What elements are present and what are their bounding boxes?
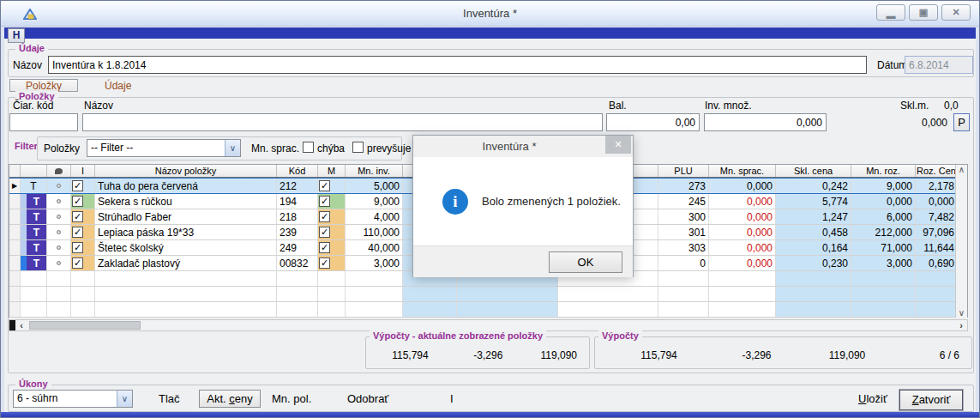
mn-sprac-cell[interactable]: 0,000 [709,179,776,193]
i-checkbox[interactable]: ✓ [72,242,83,253]
dialog-title-bar[interactable]: Inventúra * ✕ [413,136,633,157]
m-cell[interactable]: ✓ [318,240,346,255]
m-cell[interactable]: ✓ [318,225,346,239]
vertical-scrollbar[interactable]: ∧ ∨ [955,165,967,318]
nazov-cell[interactable]: Lepiaca páska 19*33 [95,225,277,239]
prevysuje-checkbox[interactable] [352,142,364,153]
kod-cell[interactable]: 239 [277,225,318,239]
skl-cena-cell[interactable]: 1,247 [776,209,851,224]
header-t[interactable] [21,165,47,177]
i-cell[interactable]: ✓ [71,209,95,224]
t-cell[interactable]: T [21,194,47,209]
skl-cena-cell[interactable]: 0,164 [776,240,851,255]
scroll-up-icon[interactable]: ∧ [959,165,965,174]
minimize-button[interactable]: ▬ [876,4,905,21]
kod-cell[interactable]: 249 [277,240,318,255]
scroll-right-icon[interactable]: › [955,320,967,330]
close-button[interactable]: ✕ [941,4,971,21]
row-selector[interactable] [9,256,21,270]
chyba-checkbox[interactable] [303,142,314,153]
mn-inv-cell[interactable]: 5,000 [346,179,403,193]
header-plu[interactable]: PLU [658,165,709,177]
chevron-down-icon[interactable]: ∨ [117,391,132,407]
note-cell[interactable] [47,225,71,239]
m-cell[interactable]: ✓ [318,194,346,209]
m-checkbox[interactable]: ✓ [319,242,330,253]
mn-sprac-cell[interactable]: 0,000 [709,209,776,224]
mn-inv-cell[interactable]: 110,000 [346,225,403,239]
ulozit-button[interactable]: Uložiť [858,392,887,405]
m-checkbox[interactable]: ✓ [319,196,330,207]
skl-cena-cell[interactable]: 0,242 [776,179,851,193]
t-cell[interactable]: T [21,209,47,224]
tab-polozky[interactable]: Položky [9,79,78,92]
skl-cena-cell[interactable]: 0,458 [776,225,851,239]
scroll-left-icon[interactable]: ‹ [15,320,27,330]
p-button[interactable]: P [953,113,970,131]
row-selector[interactable] [9,225,21,239]
i-cell[interactable]: ✓ [71,240,95,255]
mn-roz-cell[interactable]: 9,000 [851,179,916,193]
mn-roz-cell[interactable]: 71,000 [851,240,916,255]
header-kod[interactable]: Kód [277,165,318,177]
roz-cen-cell[interactable]: 0,690 [916,256,957,270]
filter-dropdown[interactable]: -- Filter -- ∨ [87,139,241,157]
kod-cell[interactable]: 212 [277,179,318,193]
ok-button[interactable]: OK [549,251,622,273]
m-cell[interactable]: ✓ [318,179,346,193]
plu-cell[interactable]: 273 [658,179,709,193]
i-checkbox[interactable]: ✓ [72,257,83,269]
mn-inv-cell[interactable]: 9,000 [346,194,403,209]
i-checkbox[interactable]: ✓ [72,196,83,207]
header-mn-roz[interactable]: Mn. roz. [851,165,916,177]
nazov-cell[interactable]: Sekera s rúčkou [95,194,277,209]
mn-inv-cell[interactable]: 40,000 [346,240,403,255]
roz-cen-cell[interactable]: 7,482 [916,209,957,224]
m-checkbox[interactable]: ✓ [319,227,330,238]
mn-sprac-cell[interactable]: 0,000 [709,256,776,270]
tlac-button[interactable]: Tlač [159,392,180,405]
t-cell[interactable]: T [21,256,47,270]
skl-cena-cell[interactable]: 5,774 [776,194,851,209]
mn-sprac-cell[interactable]: 0,000 [709,194,776,209]
polozky-nazov-input[interactable] [82,113,603,131]
header-i[interactable]: I [71,165,95,177]
maximize-button[interactable]: ▣ [909,4,938,21]
dialog-close-icon[interactable]: ✕ [605,136,631,154]
note-cell[interactable] [47,240,71,255]
nazov-cell[interactable]: Tuha do pera červená [95,179,277,193]
i-cell[interactable]: ✓ [71,179,95,193]
akt-ceny-button[interactable]: Akt. ceny [199,390,261,408]
i-action-button[interactable]: I [450,392,454,405]
mn-pol-button[interactable]: Mn. pol. [272,392,311,405]
t-cell[interactable]: T [21,225,47,239]
mn-roz-cell[interactable]: 3,000 [851,256,916,270]
mn-inv-cell[interactable]: 4,000 [346,209,403,224]
roz-cen-cell[interactable]: 97,096 [916,225,957,239]
note-cell[interactable] [47,194,71,209]
i-cell[interactable]: ✓ [71,256,95,270]
hscroll-thumb[interactable] [29,321,141,330]
m-cell[interactable]: ✓ [318,209,346,224]
row-selector[interactable]: ▶ [9,179,21,193]
mn-roz-cell[interactable]: 6,000 [851,209,916,224]
ciar-kod-input[interactable] [9,113,78,131]
header-note[interactable] [47,165,71,177]
h-button[interactable]: H [8,28,25,43]
scroll-down-icon[interactable]: ∨ [959,308,965,318]
mn-inv-cell[interactable]: 3,000 [346,256,403,270]
tab-udaje[interactable]: Údaje [105,80,131,92]
i-checkbox[interactable]: ✓ [72,227,83,238]
row-selector[interactable] [9,194,21,209]
nazov-cell[interactable]: Zakladač plastový [95,256,277,270]
row-selector[interactable] [9,209,21,224]
mn-sprac-cell[interactable]: 0,000 [709,225,776,239]
nazov-cell[interactable]: Strúhadlo Faber [95,209,277,224]
nazov-input[interactable] [48,56,867,74]
bal-input[interactable] [606,113,700,131]
skl-cena-cell[interactable]: 0,230 [776,256,851,270]
mn-roz-cell[interactable]: 0,000 [851,194,916,209]
plu-cell[interactable]: 300 [658,209,709,224]
i-cell[interactable]: ✓ [71,194,95,209]
ukony-dropdown[interactable]: 6 - súhrn ∨ [13,390,133,408]
